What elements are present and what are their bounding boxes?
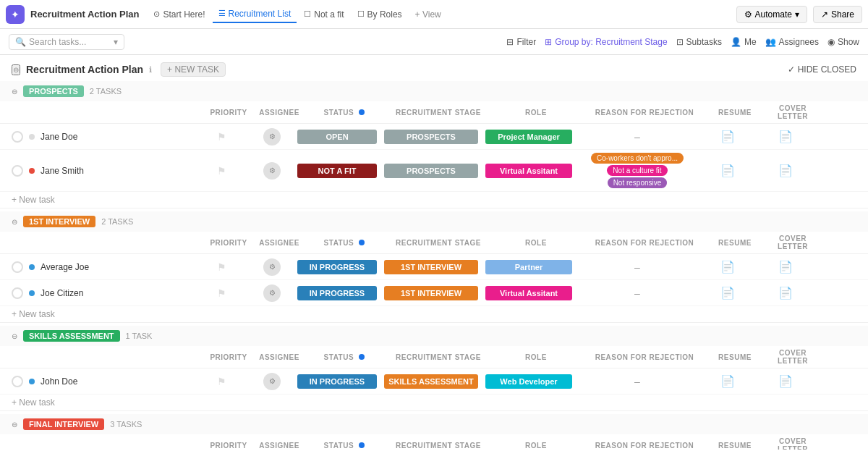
task-priority[interactable]: ⚑ — [192, 287, 250, 299]
col-resume-header: RESUME — [706, 239, 764, 247]
rejection-dash: – — [634, 376, 640, 387]
subtasks-button[interactable]: ⊡ Subtasks — [676, 37, 722, 47]
collapse-all-button[interactable]: ⊖ — [12, 64, 20, 75]
avatar: ⚙ — [263, 258, 281, 276]
new-task-link[interactable]: + New task — [12, 397, 55, 408]
resume-icon[interactable]: 📄 — [720, 374, 735, 388]
group-collapse-1st-interview[interactable]: ⊖ — [12, 218, 17, 226]
task-resume[interactable]: 📄 — [699, 374, 757, 388]
rejection-dash: – — [634, 261, 640, 273]
tab-start[interactable]: ⊙ Start Here! — [148, 7, 210, 22]
col-resume-header: RESUME — [706, 353, 764, 361]
col-stage-header: RECRUITMENT STAGE — [388, 109, 489, 117]
col-rejection-header: REASON FOR REJECTION — [583, 353, 706, 361]
task-assignee[interactable]: ⚙ — [250, 284, 294, 302]
task-assignee[interactable]: ⚙ — [250, 128, 294, 146]
new-task-link[interactable]: + New task — [12, 195, 55, 205]
col-status-header: STATUS — [301, 239, 388, 247]
cover-letter-icon[interactable]: 📄 — [778, 130, 793, 143]
task-resume[interactable]: 📄 — [699, 164, 757, 177]
task-name[interactable]: Average Joe — [41, 262, 192, 272]
task-name[interactable]: Jane Doe — [41, 132, 192, 142]
assignees-button[interactable]: 👥 Assignees — [765, 37, 819, 47]
group-1st-interview: ⊖ 1ST INTERVIEW 2 TASKS PRIORITY ASSIGNE… — [0, 211, 868, 323]
share-icon: ↗ — [821, 9, 828, 20]
show-button[interactable]: ◉ Show — [827, 37, 859, 47]
col-rejection-header: REASON FOR REJECTION — [583, 239, 706, 247]
role-badge: Project Manager — [485, 130, 572, 144]
resume-icon[interactable]: 📄 — [720, 130, 735, 143]
tab-not-fit[interactable]: ☐ Not a fit — [298, 7, 349, 22]
group-collapse-prospects[interactable]: ⊖ — [12, 88, 17, 96]
task-role: Virtual Assitant — [482, 164, 576, 178]
task-assignee[interactable]: ⚙ — [250, 373, 294, 390]
task-cover-letter[interactable]: 📄 — [757, 374, 814, 388]
role-badge: Web Developer — [485, 374, 572, 389]
rejection-dash: – — [634, 287, 640, 299]
task-priority[interactable]: ⚑ — [192, 376, 250, 387]
resume-icon[interactable]: 📄 — [720, 164, 735, 177]
task-checkbox[interactable] — [12, 261, 23, 273]
task-rejection: Co-workers don't appro...Not a culture f… — [576, 151, 699, 190]
notfit-icon: ☐ — [304, 9, 311, 19]
info-icon[interactable]: ℹ — [149, 65, 152, 75]
cover-letter-icon[interactable]: 📄 — [778, 260, 793, 274]
col-resume-header: RESUME — [706, 442, 764, 450]
task-dot — [29, 264, 35, 270]
tab-list-label: Recruitment List — [229, 9, 292, 19]
share-button[interactable]: ↗ Share — [813, 6, 862, 23]
group-count-prospects: 2 TASKS — [90, 87, 122, 96]
task-cover-letter[interactable]: 📄 — [757, 130, 814, 143]
new-task-button[interactable]: + NEW TASK — [161, 62, 226, 77]
task-cover-letter[interactable]: 📄 — [757, 164, 814, 177]
task-resume[interactable]: 📄 — [699, 260, 757, 274]
group-collapse-skills[interactable]: ⊖ — [12, 332, 17, 340]
search-box[interactable]: 🔍 Search tasks... ▾ — [9, 34, 124, 50]
priority-icon: ⚑ — [217, 261, 226, 273]
cover-letter-icon[interactable]: 📄 — [778, 286, 793, 300]
resume-icon[interactable]: 📄 — [720, 286, 735, 300]
resume-icon[interactable]: 📄 — [720, 260, 735, 274]
task-stage: 1ST INTERVIEW — [380, 286, 482, 300]
tab-recruitment-list[interactable]: ☰ Recruitment List — [213, 6, 297, 23]
task-checkbox[interactable] — [12, 165, 23, 177]
task-resume[interactable]: 📄 — [699, 130, 757, 143]
task-name[interactable]: John Doe — [41, 376, 192, 387]
priority-icon: ⚑ — [217, 131, 226, 143]
task-cover-letter[interactable]: 📄 — [757, 260, 814, 274]
toolbar-right: ⊟ Filter ⊞ Group by: Recruitment Stage ⊡… — [506, 37, 859, 47]
task-resume[interactable]: 📄 — [699, 286, 757, 300]
col-cover-header: COVER LETTER — [764, 235, 822, 250]
tab-by-roles[interactable]: ☐ By Roles — [352, 7, 408, 22]
nav-tabs: ⊙ Start Here! ☰ Recruitment List ☐ Not a… — [148, 6, 446, 23]
new-task-link[interactable]: + New task — [12, 309, 55, 319]
add-view-button[interactable]: + View — [409, 7, 447, 22]
automate-button[interactable]: ⚙ Automate ▾ — [736, 6, 807, 23]
task-status: NOT A FIT — [294, 164, 380, 178]
hide-closed-button[interactable]: ✓ HIDE CLOSED — [788, 64, 856, 75]
task-priority[interactable]: ⚑ — [192, 165, 250, 177]
task-checkbox[interactable] — [12, 287, 23, 299]
group-count-1st-interview: 2 TASKS — [101, 217, 133, 226]
cover-letter-icon[interactable]: 📄 — [778, 374, 793, 388]
task-checkbox[interactable] — [12, 376, 23, 387]
group-collapse-final[interactable]: ⊖ — [12, 421, 17, 429]
filter-button[interactable]: ⊟ Filter — [506, 37, 536, 47]
task-priority[interactable]: ⚑ — [192, 131, 250, 143]
task-name[interactable]: Jane Smith — [41, 166, 192, 176]
task-assignee[interactable]: ⚙ — [250, 162, 294, 180]
status-badge: NOT A FIT — [297, 164, 377, 178]
task-cover-letter[interactable]: 📄 — [757, 286, 814, 300]
task-name[interactable]: Joe Citizen — [41, 288, 192, 298]
group-by-button[interactable]: ⊞ Group by: Recruitment Stage — [545, 37, 667, 47]
task-priority[interactable]: ⚑ — [192, 261, 250, 273]
cover-letter-icon[interactable]: 📄 — [778, 164, 793, 177]
col-headers-final: PRIORITY ASSIGNEE STATUS RECRUITMENT STA… — [0, 434, 868, 450]
col-headers-1st-interview: PRIORITY ASSIGNEE STATUS RECRUITMENT STA… — [0, 232, 868, 254]
task-checkbox[interactable] — [12, 131, 23, 143]
roles-icon: ☐ — [357, 9, 365, 19]
rejection-tag: Co-workers don't appro... — [591, 153, 684, 164]
task-assignee[interactable]: ⚙ — [250, 258, 294, 276]
col-rejection-header: REASON FOR REJECTION — [583, 109, 706, 117]
me-button[interactable]: 👤 Me — [731, 37, 757, 47]
